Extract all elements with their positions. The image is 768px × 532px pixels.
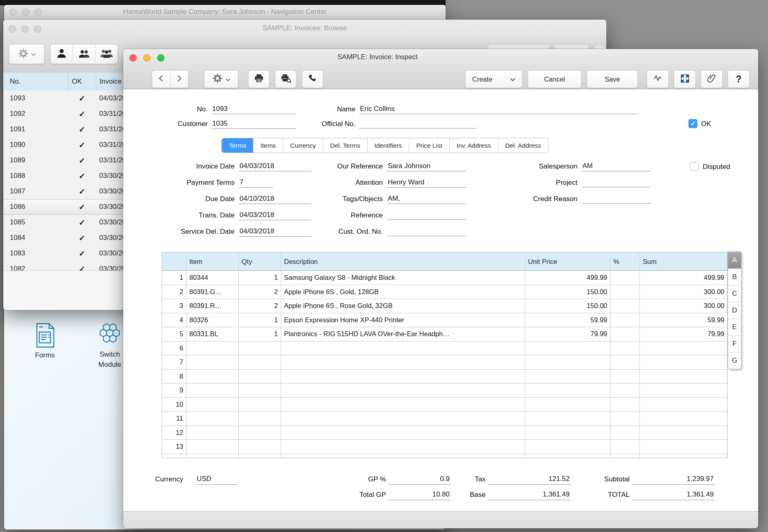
qty-cell[interactable]: 1 [239, 313, 281, 327]
percent-cell[interactable] [610, 440, 640, 454]
item-code-cell[interactable] [186, 454, 239, 459]
name-input[interactable]: Eric Collins [359, 105, 638, 114]
item-row[interactable]: 10 [162, 398, 727, 412]
item-code-cell[interactable] [186, 440, 239, 454]
group-record-view-button[interactable] [95, 44, 118, 64]
percent-cell[interactable] [610, 426, 640, 440]
item-code-cell[interactable] [186, 355, 239, 369]
item-row[interactable]: 9 [162, 383, 727, 398]
unit-price-cell[interactable] [525, 398, 610, 412]
sum-cell[interactable] [640, 383, 727, 397]
item-code-cell[interactable]: 80391.R… [186, 299, 239, 313]
unit-price-cell[interactable]: 59.99 [525, 313, 610, 327]
percent-cell[interactable] [610, 383, 640, 397]
qty-cell[interactable] [239, 355, 281, 369]
unit-price-cell[interactable] [525, 412, 610, 426]
item-row[interactable]: 5 80331.BL 1 Plantronics - RIG 515HD LAV… [162, 327, 727, 341]
sum-cell[interactable]: 300.00 [640, 285, 727, 299]
column-header-sum[interactable]: Sum [640, 253, 727, 270]
field-input[interactable]: AM, [387, 195, 466, 204]
unit-price-cell[interactable] [525, 341, 610, 355]
cancel-button[interactable]: Cancel [528, 70, 582, 88]
item-code-cell[interactable] [186, 341, 239, 355]
percent-cell[interactable] [610, 285, 640, 299]
field-input[interactable] [387, 211, 466, 220]
sum-cell[interactable] [640, 341, 727, 355]
qty-cell[interactable] [239, 383, 281, 397]
field-input[interactable]: 7 [239, 178, 273, 188]
sum-cell[interactable] [640, 426, 727, 440]
forms-shortcut-label[interactable]: Forms [27, 350, 63, 360]
description-cell[interactable] [281, 412, 525, 426]
description-cell[interactable]: Apple iPhone 6S , Rose Gold, 32GB [281, 299, 525, 313]
column-header-description[interactable]: Description [281, 253, 525, 270]
attachments-button[interactable] [701, 70, 723, 88]
sum-cell[interactable] [640, 398, 727, 412]
flip-tab[interactable]: E [728, 319, 741, 335]
percent-cell[interactable] [610, 454, 640, 459]
currency-input[interactable]: USD [195, 474, 238, 485]
percent-cell[interactable] [610, 370, 640, 383]
column-header-no[interactable]: No. [3, 73, 68, 91]
dual-record-view-button[interactable] [73, 44, 95, 64]
item-code-cell[interactable] [186, 412, 239, 426]
qty-cell[interactable] [239, 398, 281, 412]
unit-price-cell[interactable] [525, 440, 610, 454]
description-cell[interactable]: Apple iPhone 6S , Gold, 128GB [281, 285, 525, 299]
flip-tab[interactable]: D [728, 302, 741, 319]
item-code-cell[interactable] [186, 426, 239, 440]
unit-price-cell[interactable] [525, 355, 610, 369]
field-input[interactable] [387, 227, 466, 236]
item-code-cell[interactable] [186, 398, 239, 412]
sum-cell[interactable] [640, 412, 727, 426]
print-preview-button[interactable] [275, 70, 296, 88]
description-cell[interactable] [281, 370, 525, 383]
description-cell[interactable] [281, 454, 525, 459]
description-cell[interactable]: Plantronics - RIG 515HD LAVA OVer-the-Ea… [281, 327, 525, 341]
navigation-titlebar[interactable]: HansaWorld Sample Company: Sara Johnson … [4, 5, 446, 20]
create-button[interactable]: Create [465, 70, 522, 88]
unit-price-cell[interactable] [525, 370, 610, 383]
ok-checkbox[interactable]: ✓ [688, 119, 697, 128]
item-code-cell[interactable] [186, 383, 239, 397]
unit-price-cell[interactable] [525, 426, 610, 440]
flip-tab[interactable]: C [728, 285, 741, 302]
description-cell[interactable] [281, 398, 525, 412]
save-button[interactable]: Save [587, 70, 638, 88]
qty-cell[interactable] [239, 454, 281, 459]
item-code-cell[interactable]: 80331.BL [186, 327, 239, 341]
item-code-cell[interactable] [186, 370, 239, 383]
sum-cell[interactable]: 59.99 [640, 313, 727, 327]
sum-cell[interactable]: 499.99 [640, 271, 727, 285]
tab[interactable]: Identifiers [367, 138, 409, 153]
qty-cell[interactable]: 1 [239, 327, 281, 341]
percent-cell[interactable] [610, 327, 640, 341]
qty-cell[interactable] [239, 370, 281, 383]
description-cell[interactable] [281, 440, 525, 454]
sum-cell[interactable] [640, 440, 727, 454]
item-row[interactable]: 1 80344 1 Samsung Galaxy S8 - Midnight B… [162, 271, 727, 285]
field-input[interactable] [582, 178, 651, 187]
tab[interactable]: Price List [409, 138, 449, 153]
flip-tab[interactable]: F [728, 335, 741, 352]
description-cell[interactable]: Epson Expression Home XP-440 Printer [281, 313, 525, 327]
next-record-button[interactable] [171, 71, 189, 88]
qty-cell[interactable] [239, 341, 281, 355]
description-cell[interactable] [281, 355, 525, 369]
unit-price-cell[interactable]: 150.00 [525, 285, 610, 299]
qty-cell[interactable]: 2 [239, 299, 281, 313]
item-row[interactable]: 11 [162, 412, 727, 426]
column-header-percent[interactable]: % [610, 253, 640, 270]
unit-price-cell[interactable] [525, 383, 610, 397]
tab[interactable]: Inv. Address [449, 138, 498, 153]
percent-cell[interactable] [610, 313, 640, 327]
unit-price-cell[interactable]: 79.99 [525, 327, 610, 341]
flip-tab[interactable]: B [728, 268, 741, 285]
item-code-cell[interactable]: 80344 [186, 271, 239, 285]
sum-cell[interactable] [640, 370, 727, 383]
tab[interactable]: Del. Address [498, 138, 548, 153]
activity-button[interactable] [647, 70, 669, 88]
percent-cell[interactable] [610, 398, 640, 412]
percent-cell[interactable] [610, 412, 640, 426]
print-button[interactable] [248, 70, 269, 88]
